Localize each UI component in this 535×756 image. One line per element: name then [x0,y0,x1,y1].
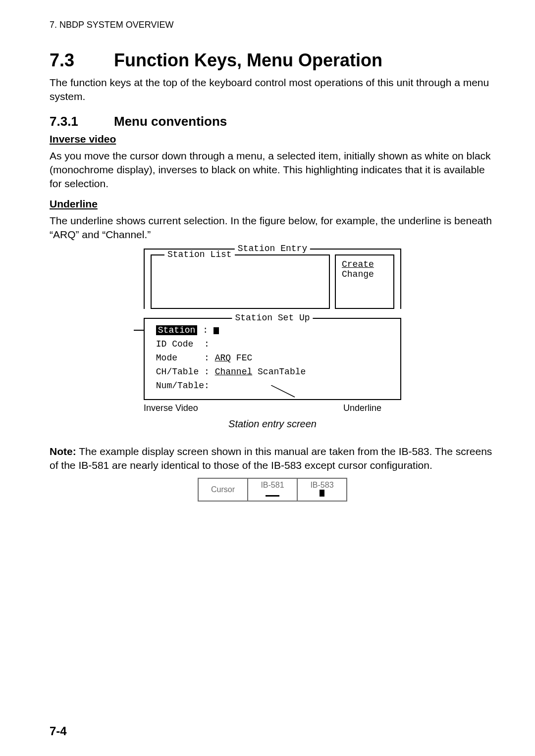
station-entry-frame: Station Entry Station List Create Change [144,249,401,309]
station-list-legend: Station List [164,250,235,259]
label-inverse-video: Inverse Video [144,403,198,413]
option-create[interactable]: Create [342,259,387,269]
page-number: 7-4 [50,724,67,738]
numtable-label: Num/Table: [156,381,210,391]
diagram-caption: Station entry screen [50,418,495,430]
mode-value-fec: FEC [231,353,252,363]
connector-tick [134,330,144,331]
subsection-number: 7.3.1 [50,114,114,129]
ib583-label: IB-583 [305,481,339,490]
running-head: 7. NBDP SYSTEM OVERVIEW [50,20,495,30]
row-mode: Mode : ARQ FEC [151,352,394,365]
station-setup-legend: Station Set Up [232,313,313,323]
note-text: The example display screen shown in this… [50,446,492,471]
underline-heading: Underline [50,198,495,210]
cursor-col-ib581: IB-581 [248,478,297,501]
subsection-heading: 7.3.1Menu conventions [50,114,495,129]
note-block: Note: The example display screen shown i… [50,445,495,473]
chtable-value-scantable: ScanTable [252,367,306,377]
inverse-video-heading: Inverse video [50,133,495,145]
chtable-value-channel: Channel [215,367,253,377]
section-title: Function Keys, Menu Operation [114,50,382,70]
label-underline: Underline [343,403,381,413]
station-list-box: Station List [151,254,330,309]
block-cursor-icon [320,490,324,497]
cursor-comparison-table: Cursor IB-581 IB-583 [198,478,347,502]
section-intro: The function keys at the top of the keyb… [50,76,495,104]
row-chtable: CH/Table : Channel ScanTable [151,365,394,379]
cursor-col-label: Cursor [198,478,248,501]
cursor-col-ib583: IB-583 [297,478,347,501]
subsection-title: Menu conventions [114,114,227,129]
row-idcode: ID Code : [151,338,394,352]
section-number: 7.3 [50,50,114,71]
chtable-label: CH/Table [156,367,199,377]
mode-label: Mode [156,353,177,363]
section-heading: 7.3Function Keys, Menu Operation [50,50,495,71]
mode-value-arq: ARQ [215,353,231,363]
underline-pointer-line [271,385,301,398]
idcode-label: ID Code [156,339,194,349]
row-station: Station : [151,324,394,338]
ib581-label: IB-581 [255,481,290,490]
station-setup-frame: Station Set Up Station : ID Code : Mode … [144,318,401,400]
options-box: Create Change [335,254,394,309]
cursor-icon [214,327,219,334]
option-change[interactable]: Change [342,269,387,279]
inverse-video-text: As you move the cursor down through a me… [50,149,495,191]
underline-text: The underline shows current selection. I… [50,214,495,242]
svg-line-0 [271,385,295,397]
station-label-inverse: Station [156,325,198,335]
note-label: Note: [50,446,76,457]
underline-cursor-icon [266,495,279,497]
station-entry-diagram: Station Entry Station List Create Change… [144,249,401,413]
station-entry-legend: Station Entry [235,244,310,253]
